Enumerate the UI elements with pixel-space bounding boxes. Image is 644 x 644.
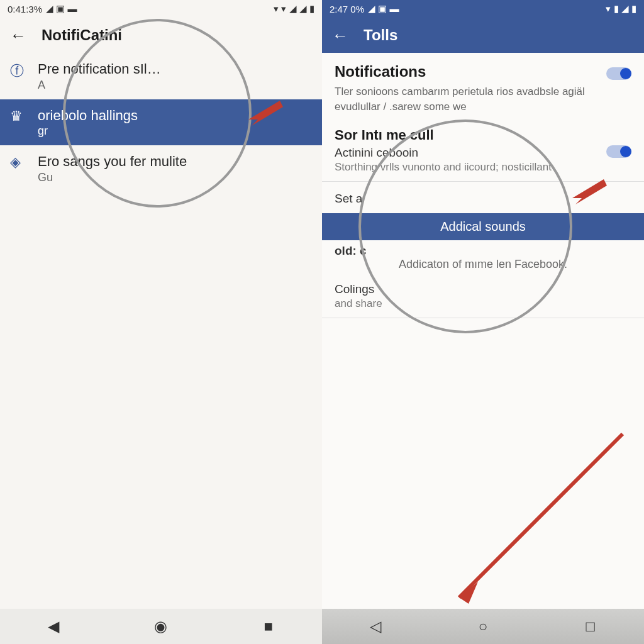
list-item-label: oriebolo hallings [38, 107, 138, 125]
list-item-label: Pre notification sIl… [38, 60, 161, 79]
phone-right: 2:47 0% ◢ ▣ ▬ ▾ ▮ ◢ ▮ ← Tolls Notificati… [322, 0, 644, 644]
section-sub: Actinini cebooin [335, 146, 418, 160]
android-navbar-right: ◁ ○ □ [322, 609, 644, 644]
nav-recent-icon[interactable]: ■ [258, 616, 279, 636]
page-title: Tolls [364, 26, 397, 44]
list-item-selected[interactable]: ♛ oriebolo hallings gr [0, 99, 322, 146]
status-right-icons: ▾ ▮ ◢ ▮ [606, 3, 636, 14]
phone-left: 0:41:3% ◢ ▣ ▬ ▾ ▾ ◢ ◢ ▮ ← NotifiCatini ⓕ… [0, 0, 322, 644]
colings-sub: and share [335, 297, 631, 310]
list-item-sub: A [38, 79, 161, 92]
set-line: Set a [335, 192, 362, 206]
facebook-icon: ⓕ [10, 62, 28, 79]
android-navbar-left: ◀ ◉ ■ [0, 609, 322, 644]
old-line: old: c [335, 244, 367, 258]
settings-list: ⓕ Pre notification sIl… A ♛ oriebolo hal… [0, 53, 322, 192]
list-item-sub: gr [38, 125, 138, 138]
highlight-desc: Addicaton of mıme len Facebook. [335, 258, 631, 271]
list-item-label: Ero sangs you fer mulite [38, 153, 187, 171]
list-item[interactable]: ◈ Ero sangs you fer mulite Gu [0, 145, 322, 192]
content-right: Notifications Tler sonioons cambarım per… [322, 53, 644, 336]
nav-back-icon[interactable]: ◀ [43, 616, 64, 636]
diamond-icon: ◈ [10, 154, 28, 172]
colings-line: Colings [335, 282, 631, 296]
status-time: 0:41:3% [8, 4, 42, 14]
status-time: 2:47 0% [330, 4, 364, 14]
section-title-sor: Sor Intı me cull [335, 127, 631, 143]
section-desc: Storthing vrlls vunonto and iicourd; nos… [335, 161, 631, 174]
section-title-notifications: Notifications [335, 63, 426, 80]
back-arrow-icon[interactable]: ← [10, 26, 26, 45]
appbar-left: ← NotifiCatini [0, 18, 322, 53]
list-item-sub: Gu [38, 171, 187, 184]
back-arrow-icon[interactable]: ← [332, 26, 348, 45]
appbar-right: ← Tolls [322, 18, 644, 53]
list-item[interactable]: ⓕ Pre notification sIl… A [0, 53, 322, 99]
page-title: NotifiCatini [42, 26, 122, 44]
nav-back-icon[interactable]: ◁ [365, 616, 386, 636]
section-desc: Tler sonioons cambarım perietula rios av… [335, 84, 631, 114]
sor-toggle[interactable] [606, 145, 631, 158]
crown-icon: ♛ [10, 108, 28, 126]
status-right-icons: ▾ ▾ ◢ ◢ ▮ [274, 3, 314, 14]
status-icons: ◢ ▣ ▬ [46, 3, 77, 14]
statusbar-right: 2:47 0% ◢ ▣ ▬ ▾ ▮ ◢ ▮ [322, 0, 644, 18]
divider [322, 318, 644, 318]
status-icons: ◢ ▣ ▬ [368, 3, 399, 14]
nav-home-icon[interactable]: ○ [473, 616, 493, 636]
divider [322, 181, 644, 182]
highlight-addical-sounds[interactable]: Addical sounds [322, 213, 644, 240]
statusbar-left: 0:41:3% ◢ ▣ ▬ ▾ ▾ ◢ ◢ ▮ [0, 0, 322, 18]
nav-home-icon[interactable]: ◉ [151, 616, 171, 636]
nav-recent-icon[interactable]: □ [580, 616, 601, 636]
notifications-toggle[interactable] [606, 67, 631, 80]
